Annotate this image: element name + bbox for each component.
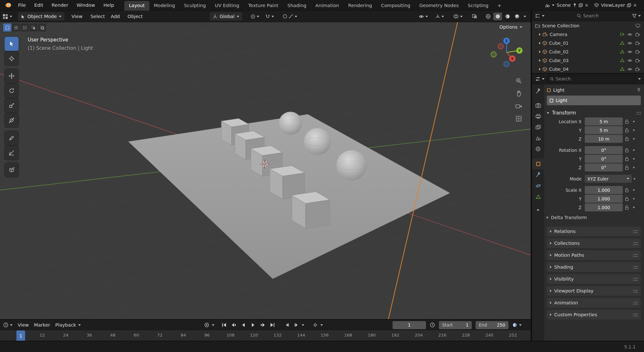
location-y-field[interactable]: 5 m [585, 126, 623, 134]
frame-start-field[interactable]: Start 1 [439, 321, 472, 329]
timeline-view-options-button[interactable] [512, 322, 522, 328]
cube-object-5[interactable] [292, 192, 330, 228]
scale-tool-button[interactable] [5, 98, 19, 113]
lock-icon[interactable] [623, 197, 631, 201]
pan-hand-button[interactable] [514, 88, 524, 98]
outliner-row-cube-01[interactable]: Cube_01 [532, 39, 644, 47]
outliner-row-cube-03[interactable]: Cube_03 [532, 56, 644, 65]
workspace-tab-sculpting[interactable]: Sculpting [179, 1, 210, 11]
pivot-point-dropdown[interactable] [251, 11, 259, 22]
rotation-y-field[interactable]: 0° [585, 155, 623, 163]
select-box-tool-button[interactable] [5, 37, 19, 51]
drag-handle-icon[interactable] [633, 253, 638, 257]
pin-id-icon[interactable] [637, 88, 641, 92]
menu-edit[interactable]: Edit [30, 0, 47, 11]
shading-solid-button[interactable] [493, 13, 502, 20]
expand-chevron-icon[interactable] [539, 51, 541, 53]
zoom-button[interactable] [514, 76, 524, 86]
object-visibility-dropdown[interactable] [419, 11, 428, 22]
rotation-x-field[interactable]: 0° [585, 146, 623, 154]
outliner-row-cube-04[interactable]: Cube_04 [532, 65, 644, 73]
camera-view-button[interactable] [514, 101, 524, 111]
properties-editor-type-button[interactable] [535, 77, 545, 81]
expand-chevron-icon[interactable] [539, 59, 541, 62]
sphere-object-2[interactable] [304, 128, 331, 155]
outliner-row-camera[interactable]: Camera [532, 30, 644, 39]
scale-y-field[interactable]: 1.000 [585, 195, 623, 203]
frame-end-field[interactable]: End 250 [476, 321, 508, 329]
workspace-tab-geometry-nodes[interactable]: Geometry Nodes [415, 1, 463, 11]
section-visibility[interactable]: Visibility [547, 274, 641, 284]
xray-toggle-button[interactable] [472, 11, 477, 22]
hide-eye-icon[interactable] [627, 67, 632, 71]
sphere-object-3[interactable] [336, 150, 367, 181]
outliner-search[interactable] [577, 13, 628, 18]
drag-handle-icon[interactable] [633, 301, 638, 305]
viewlayer-name[interactable]: ViewLayer [601, 3, 625, 8]
shading-rendered-button[interactable] [513, 13, 521, 20]
use-preview-range-icon[interactable] [430, 322, 435, 328]
lock-icon[interactable] [623, 119, 631, 124]
hide-eye-icon[interactable] [627, 50, 632, 54]
select-mode-subtract-button[interactable] [21, 23, 29, 32]
shading-material-button[interactable] [503, 13, 512, 20]
workspace-tab-animation[interactable]: Animation [311, 1, 344, 11]
viewport-canvas[interactable]: User Perspective (1) Scene Collection | … [0, 22, 531, 319]
scene-browse-chevron-icon[interactable] [552, 5, 554, 6]
timeline-menu-view[interactable]: View [18, 322, 29, 328]
lock-icon[interactable] [623, 137, 631, 141]
menu-window[interactable]: Window [73, 0, 99, 11]
jump-to-end-button[interactable] [268, 321, 277, 329]
outliner-row-cube-02[interactable]: Cube_02 [532, 47, 644, 56]
transform-orientation-dropdown[interactable]: Global [210, 11, 242, 22]
prev-keyframe-button[interactable] [229, 321, 238, 329]
workspace-tab-uv-editing[interactable]: UV Editing [210, 1, 244, 11]
drag-handle-icon[interactable] [633, 277, 638, 281]
cursor-tool-button[interactable] [5, 51, 19, 66]
section-relations[interactable]: Relations [547, 227, 641, 236]
hide-eye-icon[interactable] [627, 59, 632, 62]
menu-help[interactable]: Help [99, 0, 118, 11]
remove-viewlayer-icon[interactable]: × [633, 3, 637, 7]
shading-options-chevron-icon[interactable] [524, 16, 526, 17]
disable-render-camera-icon[interactable] [635, 59, 640, 62]
expand-chevron-icon[interactable] [539, 68, 541, 70]
lock-icon[interactable] [623, 165, 631, 170]
tab-object-data-properties[interactable] [532, 191, 544, 202]
tab-output-properties[interactable] [532, 111, 544, 122]
chevron-down-icon[interactable] [271, 16, 274, 17]
measure-tool-button[interactable] [5, 146, 19, 160]
render-visibility-icon[interactable] [636, 24, 640, 28]
blender-logo-icon[interactable] [5, 2, 12, 8]
gizmo-minus-y-ball[interactable] [491, 52, 497, 57]
lock-icon[interactable] [623, 188, 631, 192]
menu-file[interactable]: File [14, 0, 30, 11]
proportional-editing-button[interactable] [283, 11, 297, 22]
lock-icon[interactable] [623, 148, 631, 153]
gizmos-dropdown[interactable] [435, 11, 444, 22]
properties-search-input[interactable] [556, 76, 633, 81]
section-shading[interactable]: Shading [547, 262, 641, 272]
section-motion-paths[interactable]: Motion Paths [547, 250, 641, 260]
rotation-mode-dropdown[interactable]: XYZ Euler [585, 175, 632, 183]
workspace-tab-texture-paint[interactable]: Texture Paint [244, 1, 283, 11]
outliner-editor-type-button[interactable] [535, 14, 545, 18]
hide-eye-icon[interactable] [627, 41, 632, 45]
disable-render-camera-icon[interactable] [635, 41, 640, 45]
transform-tool-button[interactable] [5, 113, 19, 127]
lock-icon[interactable] [623, 128, 631, 133]
outliner-row-scene-collection[interactable]: Scene Collection [532, 21, 644, 30]
object-name-field[interactable]: Light [547, 96, 641, 105]
playback-dropdown[interactable]: Playback [55, 322, 81, 328]
workspace-tab-shading[interactable]: Shading [283, 1, 311, 11]
next-keyframe-button[interactable] [258, 321, 267, 329]
frame-step-forward-button[interactable] [292, 321, 301, 329]
pin-icon[interactable] [573, 3, 577, 7]
delta-transform-subpanel[interactable]: Delta Transform [547, 213, 641, 222]
animate-dot[interactable] [633, 167, 635, 168]
animate-dot[interactable] [634, 178, 635, 180]
viewport-menu-object[interactable]: Object [128, 11, 143, 22]
chevron-down-icon[interactable] [302, 324, 304, 326]
disable-render-camera-icon[interactable] [635, 32, 640, 36]
move-tool-button[interactable] [5, 69, 19, 83]
